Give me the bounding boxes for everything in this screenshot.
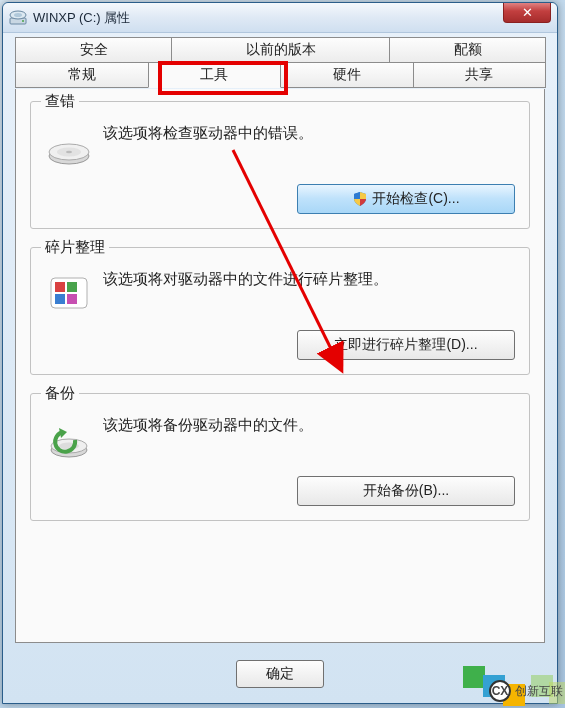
- tab-hardware[interactable]: 硬件: [280, 62, 414, 88]
- tab-tools[interactable]: 工具: [148, 62, 282, 88]
- group-title-backup: 备份: [41, 384, 79, 403]
- tab-security[interactable]: 安全: [15, 37, 172, 63]
- svg-rect-12: [55, 294, 65, 304]
- tab-area: 安全 以前的版本 配额 常规 工具 硬件 共享: [15, 37, 545, 88]
- check-now-button[interactable]: 开始检查(C)...: [297, 184, 515, 214]
- ok-button[interactable]: 确定: [236, 660, 324, 688]
- properties-window: WINXP (C:) 属性 ✕ 安全 以前的版本 配额 常规 工具 硬件 共享 …: [2, 2, 558, 704]
- defrag-desc: 该选项将对驱动器中的文件进行碎片整理。: [103, 268, 388, 291]
- group-backup: 备份 该选项将备份驱动器中的文件。 开始备份(B)...: [30, 393, 530, 521]
- group-checkerror: 查错 该选项将检查驱动器中的错误。 开始检查(C)...: [30, 101, 530, 229]
- defrag-now-button[interactable]: 立即进行碎片整理(D)...: [297, 330, 515, 360]
- titlebar: WINXP (C:) 属性 ✕: [3, 3, 557, 33]
- backup-icon: [45, 416, 93, 464]
- svg-rect-11: [67, 282, 77, 292]
- watermark-logo: CX: [489, 680, 511, 702]
- tab-row-2: 常规 工具 硬件 共享: [15, 62, 545, 88]
- uac-shield-icon: [352, 191, 368, 207]
- checkerror-desc: 该选项将检查驱动器中的错误。: [103, 122, 313, 145]
- defrag-icon: [45, 270, 93, 318]
- watermark: CX 创新互联: [489, 680, 563, 702]
- svg-rect-13: [67, 294, 77, 304]
- tab-quota[interactable]: 配额: [389, 37, 546, 63]
- check-now-label: 开始检查(C)...: [372, 190, 459, 208]
- svg-rect-10: [55, 282, 65, 292]
- tab-previous-versions[interactable]: 以前的版本: [171, 37, 390, 63]
- group-title-defrag: 碎片整理: [41, 238, 109, 257]
- svg-point-2: [14, 13, 22, 17]
- watermark-text: 创新互联: [515, 683, 563, 700]
- tools-panel: 查错 该选项将检查驱动器中的错误。 开始检查(C)... 碎片整理: [15, 89, 545, 643]
- backup-now-button[interactable]: 开始备份(B)...: [297, 476, 515, 506]
- svg-point-8: [66, 151, 72, 153]
- disk-check-icon: [45, 124, 93, 172]
- svg-point-3: [22, 20, 24, 22]
- group-title-checkerror: 查错: [41, 92, 79, 111]
- drive-icon: [9, 9, 27, 27]
- group-defrag: 碎片整理 该选项将对驱动器中的文件进行碎片整理。 立即进行碎片整理(D)...: [30, 247, 530, 375]
- svg-marker-17: [59, 428, 67, 438]
- tab-general[interactable]: 常规: [15, 62, 149, 88]
- tab-sharing[interactable]: 共享: [413, 62, 547, 88]
- window-title: WINXP (C:) 属性: [33, 9, 130, 27]
- close-button[interactable]: ✕: [503, 2, 551, 23]
- tab-row-1: 安全 以前的版本 配额: [15, 37, 545, 63]
- backup-desc: 该选项将备份驱动器中的文件。: [103, 414, 313, 437]
